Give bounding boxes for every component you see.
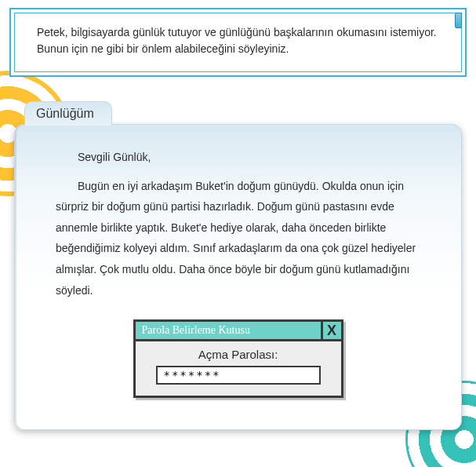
question-text: Petek, bilgisayarda günlük tutuyor ve gü… [14,13,462,72]
password-input[interactable]: ******* [156,366,321,385]
diary-card: Günlüğüm Sevgili Günlük, Bugün en iyi ar… [14,124,462,430]
diary-greeting: Sevgili Günlük, [56,147,428,168]
scrollbar-thumb[interactable] [455,13,462,28]
password-dialog-body: Açma Parolası: ******* [136,341,341,396]
diary-paragraph: Bugün en iyi arkadaşım Buket'in doğum gü… [56,176,428,301]
password-dialog-titlebar: Parola Belirleme Kutusu X [136,322,341,341]
password-field-label: Açma Parolası: [148,348,329,361]
question-box: Petek, bilgisayarda günlük tutuyor ve gü… [9,8,467,77]
close-icon[interactable]: X [321,322,341,339]
password-dialog: Parola Belirleme Kutusu X Açma Parolası:… [133,319,343,398]
password-dialog-title: Parola Belirleme Kutusu [136,322,321,339]
diary-body: Sevgili Günlük, Bugün en iyi arkadaşım B… [15,125,461,308]
diary-tab-label: Günlüğüm [24,101,112,126]
